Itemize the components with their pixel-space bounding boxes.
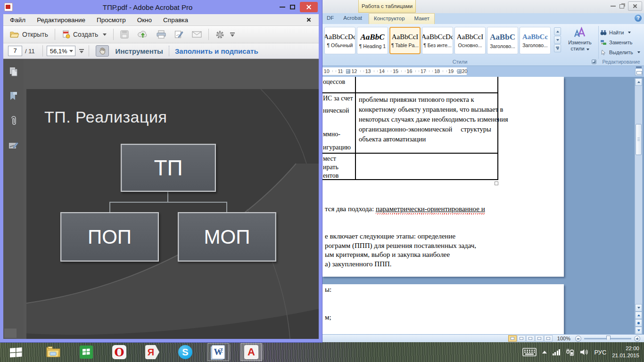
- zoom-level-select[interactable]: 56,1%: [47, 46, 75, 56]
- print-layout-view-button[interactable]: [508, 335, 517, 342]
- fullscreen-reading-view-button[interactable]: [517, 335, 526, 342]
- print-button[interactable]: [155, 29, 168, 40]
- fill-sign-panel-button[interactable]: Заполнить и подписать: [175, 47, 258, 55]
- scroll-up-button[interactable]: [635, 78, 642, 86]
- table-column-marker[interactable]: [457, 69, 462, 74]
- zoom-level[interactable]: 100%: [557, 336, 570, 341]
- style-chip-body[interactable]: AaBbCcI Основно...: [454, 27, 486, 54]
- attachments-icon[interactable]: [9, 115, 18, 127]
- previous-page-button[interactable]: [635, 312, 642, 319]
- page-thumbnails-icon[interactable]: [8, 66, 19, 77]
- menu-view[interactable]: Просмотр: [97, 16, 126, 24]
- document-page-2[interactable]: ы: м;: [322, 284, 564, 334]
- tab-acrobat[interactable]: Acrobat: [339, 13, 367, 24]
- change-styles-button[interactable]: Изменить стили: [563, 27, 596, 52]
- acrobat-close-button[interactable]: [300, 2, 318, 12]
- taskbar-yandex-browser[interactable]: Я: [141, 343, 163, 361]
- clock-date: 21.01.2015: [612, 352, 639, 359]
- document-page-1[interactable]: оцессов ИС за счет нической ммно- игурац…: [322, 77, 564, 277]
- web-layout-view-button[interactable]: [526, 335, 535, 342]
- table-resize-handle[interactable]: [495, 181, 498, 185]
- menu-file[interactable]: Файл: [10, 16, 25, 24]
- battery-plug-icon[interactable]: [566, 348, 574, 356]
- page-count-label: / 11: [25, 48, 35, 55]
- zoom-overflow-button[interactable]: [79, 49, 84, 53]
- next-page-button[interactable]: [635, 327, 642, 334]
- scrollbar-thumb[interactable]: [636, 124, 642, 155]
- bookmarks-icon[interactable]: [9, 91, 18, 101]
- language-indicator[interactable]: РУС: [594, 349, 606, 356]
- style-chip-normal[interactable]: AaBbCcDc ¶ Обычный: [324, 27, 355, 54]
- styles-gallery: AaBbCcDc ¶ Обычный AaBbC ¶ Heading 1 AaB…: [324, 27, 552, 54]
- word-status-bar: 100%: [322, 334, 644, 342]
- menu-edit[interactable]: Редактирование: [37, 16, 85, 24]
- vertical-scrollbar[interactable]: [635, 78, 643, 334]
- taskbar-skype[interactable]: S: [174, 343, 196, 361]
- ruler-toggle-button[interactable]: [635, 68, 643, 76]
- taskbar-windows-store[interactable]: [75, 343, 97, 361]
- system-tray: РУС 22:00 21.01.2015: [522, 345, 644, 359]
- outline-view-button[interactable]: [535, 335, 544, 342]
- zoom-slider-track[interactable]: [584, 338, 631, 339]
- start-button[interactable]: [3, 343, 29, 361]
- select-button[interactable]: Выделить: [600, 47, 644, 57]
- pdf-document-area[interactable]: ТП. Реализация ТП ПОП МОП: [24, 59, 319, 339]
- scroll-down-button[interactable]: [635, 304, 642, 312]
- tab-konstruktor[interactable]: Конструктор: [369, 14, 410, 24]
- hand-tool-button[interactable]: [96, 45, 109, 57]
- word-restore-button[interactable]: [619, 4, 624, 8]
- taskbar-file-explorer[interactable]: [42, 343, 64, 361]
- styles-scroll-up-button[interactable]: [554, 27, 561, 35]
- table-column-marker[interactable]: [346, 69, 350, 74]
- acrobat-titlebar[interactable]: ТПР.pdf - Adobe Acrobat Pro: [3, 0, 319, 14]
- tab-pdf-cut[interactable]: DF: [322, 13, 339, 24]
- email-button[interactable]: [190, 29, 204, 40]
- sign-button[interactable]: [173, 29, 185, 40]
- volume-icon[interactable]: [580, 348, 588, 356]
- find-button[interactable]: Найти: [600, 27, 644, 37]
- tab-maket[interactable]: Макет: [410, 14, 435, 24]
- open-button[interactable]: Открыть: [8, 29, 50, 40]
- style-chip-heading1[interactable]: AaBbC ¶ Heading 1: [357, 27, 388, 54]
- split-window-handle[interactable]: [636, 66, 642, 68]
- replace-icon: [600, 40, 607, 45]
- menu-window[interactable]: Окно: [137, 16, 152, 24]
- taskbar-clock[interactable]: 22:00 21.01.2015: [612, 345, 639, 359]
- style-chip-no-spacing[interactable]: AaBbCcDc ¶ Без инте...: [422, 27, 453, 54]
- zoom-slider-thumb[interactable]: [606, 336, 611, 342]
- draft-view-button[interactable]: [544, 335, 553, 342]
- select-browse-object-button[interactable]: [635, 319, 642, 327]
- taskbar-acrobat[interactable]: A: [240, 343, 262, 361]
- styles-dialog-launcher[interactable]: [592, 59, 596, 64]
- settings-button[interactable]: [214, 29, 226, 41]
- zoom-out-button[interactable]: [575, 336, 581, 342]
- zoom-in-button[interactable]: [634, 336, 640, 342]
- word-minimize-button[interactable]: [611, 6, 616, 7]
- show-hidden-icons-button[interactable]: [542, 351, 547, 354]
- style-chip-heading-b[interactable]: AaBbCc Заголово...: [520, 27, 551, 54]
- toolbar-overflow-button[interactable]: [230, 33, 235, 37]
- style-chip-table-paragraph[interactable]: AaBbCcI ¶ Table Pa...: [389, 27, 421, 54]
- signatures-icon[interactable]: [8, 141, 19, 150]
- taskbar-opera[interactable]: O: [108, 343, 130, 361]
- horizontal-ruler[interactable]: 1011121314151617181920: [322, 67, 467, 75]
- taskbar-word[interactable]: W: [207, 343, 229, 361]
- menu-help[interactable]: Справка: [163, 16, 188, 24]
- help-icon[interactable]: ?: [635, 15, 642, 22]
- acrobat-maximize-button[interactable]: [290, 5, 295, 9]
- save-button[interactable]: [118, 29, 131, 40]
- style-chip-heading-a[interactable]: AaBbC Заголово...: [487, 27, 518, 54]
- document-close-icon[interactable]: [305, 16, 312, 23]
- styles-more-button[interactable]: [554, 44, 561, 52]
- network-signal-icon[interactable]: [553, 349, 561, 355]
- acrobat-minimize-button[interactable]: [280, 7, 285, 8]
- create-button[interactable]: Создать: [60, 29, 108, 40]
- replace-button[interactable]: Заменить: [600, 37, 644, 47]
- share-cloud-button[interactable]: [136, 29, 150, 40]
- styles-scroll-down-button[interactable]: [554, 36, 561, 44]
- word-close-button[interactable]: [628, 1, 642, 11]
- tools-panel-button[interactable]: Инструменты: [116, 47, 163, 55]
- page-number-input[interactable]: 7: [8, 46, 22, 56]
- touch-keyboard-icon[interactable]: [522, 347, 537, 357]
- styles-group-label: Стили: [322, 59, 598, 65]
